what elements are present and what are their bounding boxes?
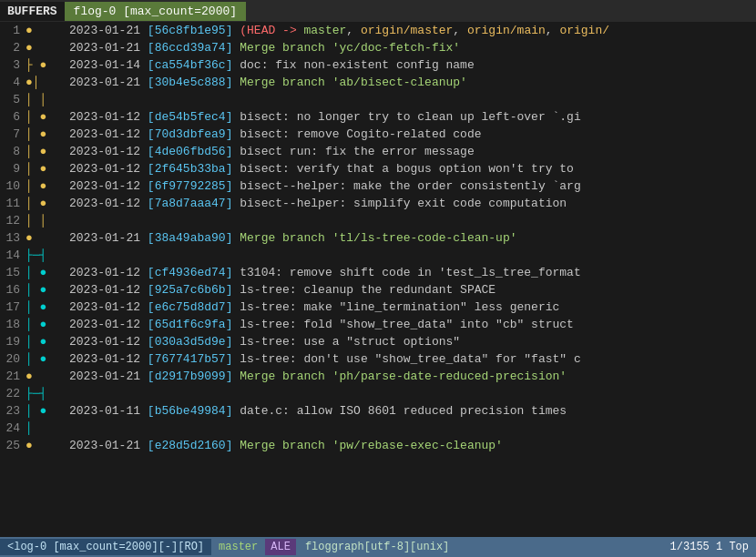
graph-col: │ ● <box>26 143 69 160</box>
line-content: 2023-01-12 [65d1f6c9fa] ls-tree: fold "s… <box>69 316 756 333</box>
line-number: 9 <box>0 160 26 177</box>
log-line: 22├─┤ <box>0 385 756 402</box>
line-number: 25 <box>0 437 26 454</box>
line-content: 2023-01-12 [2f645b33ba] bisect: verify t… <box>69 160 756 177</box>
log-line: 24│ <box>0 420 756 437</box>
line-content: 2023-01-12 [030a3d5d9e] ls-tree: use a "… <box>69 333 756 350</box>
log-line: 16│ ● 2023-01-12 [925a7c6b6b] ls-tree: c… <box>0 281 756 299</box>
graph-col: ● <box>26 229 69 247</box>
line-number: 21 <box>0 368 26 385</box>
graph-col: │ ● <box>26 177 69 195</box>
line-number: 23 <box>0 402 26 420</box>
line-number: 12 <box>0 212 26 229</box>
status-bar: <log-0 [max_count=2000][-][RO] master AL… <box>0 537 756 557</box>
log-line: 11│ ● 2023-01-12 [7a8d7aaa47] bisect--he… <box>0 195 756 212</box>
log-line: 6│ ● 2023-01-12 [de54b5fec4] bisect: no … <box>0 108 756 126</box>
graph-col: │ ● <box>26 264 69 281</box>
line-content: 2023-01-12 [70d3dbfea9] bisect: remove C… <box>69 126 756 143</box>
graph-col: │ ● <box>26 281 69 299</box>
line-number: 14 <box>0 247 26 264</box>
graph-col: │ ● <box>26 299 69 316</box>
graph-col: ● <box>26 22 69 39</box>
graph-col: │ ● <box>26 195 69 212</box>
graph-col: │ ● <box>26 350 69 368</box>
graph-col: ├─┤ <box>26 385 69 402</box>
line-content: 2023-01-11 [b56be49984] date.c: allow IS… <box>69 402 756 420</box>
line-number: 13 <box>0 229 26 247</box>
status-ale: ALE <box>265 539 296 555</box>
log-line: 18│ ● 2023-01-12 [65d1f6c9fa] ls-tree: f… <box>0 316 756 333</box>
line-number: 20 <box>0 350 26 368</box>
line-number: 17 <box>0 299 26 316</box>
status-filetype: floggraph[utf-8][unix] <box>296 539 458 555</box>
graph-col: ● <box>26 437 69 454</box>
line-content: 2023-01-21 [86ccd39a74] Merge branch 'yc… <box>69 39 756 56</box>
line-content: 2023-01-21 [d2917b9099] Merge branch 'ph… <box>69 368 756 385</box>
line-number: 18 <box>0 316 26 333</box>
line-number: 24 <box>0 420 26 437</box>
line-content: 2023-01-12 [4de06fbd56] bisect run: fix … <box>69 143 756 160</box>
line-content: 2023-01-12 [925a7c6b6b] ls-tree: cleanup… <box>69 281 756 299</box>
line-content: 2023-01-12 [de54b5fec4] bisect: no longe… <box>69 108 756 126</box>
log-line: 4●│2023-01-21 [30b4e5c888] Merge branch … <box>0 74 756 91</box>
graph-col: │ │ <box>26 212 69 229</box>
line-number: 2 <box>0 39 26 56</box>
title-bar: BUFFERS flog-0 [max_count=2000] <box>0 0 756 22</box>
line-number: 11 <box>0 195 26 212</box>
line-number: 7 <box>0 126 26 143</box>
log-line: 1● 2023-01-21 [56c8fb1e95] (HEAD -> mast… <box>0 22 756 39</box>
graph-col: │ ● <box>26 402 69 420</box>
log-lines: 1● 2023-01-21 [56c8fb1e95] (HEAD -> mast… <box>0 22 756 454</box>
log-line: 17│ ● 2023-01-12 [e6c75d8dd7] ls-tree: m… <box>0 299 756 316</box>
log-line: 12│ │ <box>0 212 756 229</box>
graph-col: │ ● <box>26 333 69 350</box>
graph-col: │ <box>26 420 69 437</box>
graph-col: ● <box>26 368 69 385</box>
graph-col: │ ● <box>26 126 69 143</box>
graph-col: │ ● <box>26 108 69 126</box>
log-line: 2● 2023-01-21 [86ccd39a74] Merge branch … <box>0 39 756 56</box>
graph-col: ● <box>26 39 69 56</box>
graph-col: │ │ <box>26 91 69 108</box>
log-line: 14├─┤ <box>0 247 756 264</box>
line-content: 2023-01-12 [cf4936ed74] t3104: remove sh… <box>69 264 756 281</box>
log-line: 8│ ● 2023-01-12 [4de06fbd56] bisect run:… <box>0 143 756 160</box>
content-area: 1● 2023-01-21 [56c8fb1e95] (HEAD -> mast… <box>0 22 756 537</box>
log-line: 20│ ● 2023-01-12 [7677417b57] ls-tree: d… <box>0 350 756 368</box>
status-left-label: <log-0 [max_count=2000][-][RO] <box>0 539 211 555</box>
line-number: 19 <box>0 333 26 350</box>
line-content: 2023-01-12 [7677417b57] ls-tree: don't u… <box>69 350 756 368</box>
status-position: 1/3155 1 Top <box>663 539 756 555</box>
log-line: 3├ ● 2023-01-14 [ca554bf36c] doc: fix no… <box>0 56 756 74</box>
graph-col: ●│ <box>26 74 69 91</box>
log-line: 10│ ● 2023-01-12 [6f97792285] bisect--he… <box>0 177 756 195</box>
status-branch: master <box>211 539 265 555</box>
log-line: 13● 2023-01-21 [38a49aba90] Merge branch… <box>0 229 756 247</box>
line-content: 2023-01-12 [7a8d7aaa47] bisect--helper: … <box>69 195 756 212</box>
line-number: 5 <box>0 91 26 108</box>
graph-col: ├─┤ <box>26 247 69 264</box>
line-number: 10 <box>0 177 26 195</box>
line-number: 16 <box>0 281 26 299</box>
line-number: 15 <box>0 264 26 281</box>
line-content: 2023-01-12 [6f97792285] bisect--helper: … <box>69 177 756 195</box>
file-label: flog-0 [max_count=2000] <box>65 2 246 21</box>
line-number: 22 <box>0 385 26 402</box>
graph-col: ├ ● <box>26 56 69 74</box>
log-line: 7│ ● 2023-01-12 [70d3dbfea9] bisect: rem… <box>0 126 756 143</box>
line-number: 3 <box>0 56 26 74</box>
log-line: 15│ ● 2023-01-12 [cf4936ed74] t3104: rem… <box>0 264 756 281</box>
log-line: 25● 2023-01-21 [e28d5d2160] Merge branch… <box>0 437 756 454</box>
line-number: 4 <box>0 74 26 91</box>
line-number: 1 <box>0 22 26 39</box>
log-line: 21● 2023-01-21 [d2917b9099] Merge branch… <box>0 368 756 385</box>
line-content: 2023-01-21 [56c8fb1e95] (HEAD -> master,… <box>69 22 756 39</box>
log-line: 19│ ● 2023-01-12 [030a3d5d9e] ls-tree: u… <box>0 333 756 350</box>
buffers-label: BUFFERS <box>0 2 65 21</box>
log-line: 9│ ● 2023-01-12 [2f645b33ba] bisect: ver… <box>0 160 756 177</box>
line-content: 2023-01-21 [e28d5d2160] Merge branch 'pw… <box>69 437 756 454</box>
log-line: 23│ ● 2023-01-11 [b56be49984] date.c: al… <box>0 402 756 420</box>
line-content: 2023-01-21 [38a49aba90] Merge branch 'tl… <box>69 229 756 247</box>
line-number: 6 <box>0 108 26 126</box>
line-content: 2023-01-14 [ca554bf36c] doc: fix non-exi… <box>69 56 756 74</box>
